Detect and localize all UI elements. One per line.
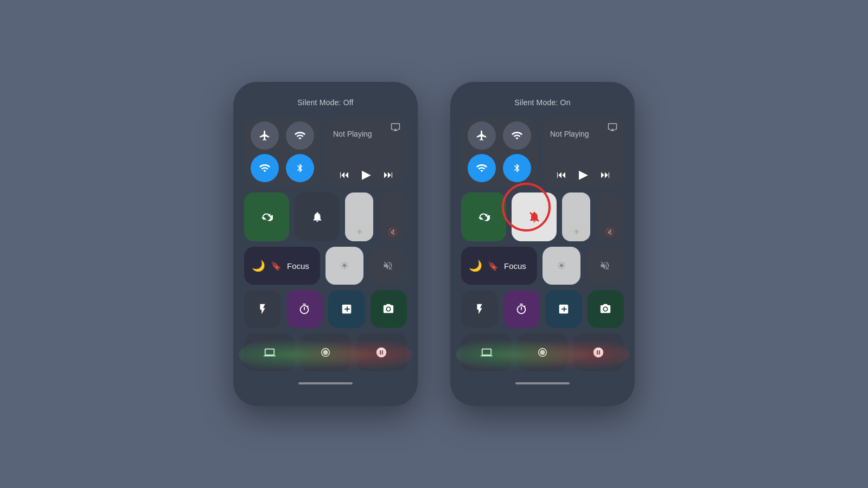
lock-rotation-button-on[interactable] [461, 192, 506, 241]
sun-icon-off: ☀ [340, 259, 349, 272]
focus-button-on[interactable]: 🌙 🔖 Focus [461, 247, 537, 285]
svg-point-4 [540, 350, 545, 355]
panel-on-label: Silent Mode: On [461, 98, 624, 107]
cellular-cell-off [284, 121, 316, 150]
airplay-svg-off [391, 122, 400, 132]
volume-icon-off: 🔇 [388, 227, 398, 237]
airplane-icon-off [259, 130, 271, 142]
calculator-icon-off [341, 303, 353, 315]
camera-button-off[interactable] [371, 290, 407, 328]
panel-silent-on: Silent Mode: On [450, 82, 635, 406]
flashlight-icon-on [474, 303, 486, 315]
not-playing-label-on: Not Playing [550, 130, 616, 138]
focus-button-off[interactable]: 🌙 🔖 Focus [244, 247, 320, 285]
wifi-button-off[interactable] [251, 154, 279, 182]
home-indicator-on [515, 382, 570, 384]
playback-controls-on: ⏮ ▶ ⏭ [550, 168, 616, 182]
airplane-mode-button-on[interactable] [468, 121, 496, 150]
row-apps1-off [244, 290, 407, 328]
not-playing-label-off: Not Playing [333, 130, 399, 138]
timer-icon-off [298, 303, 310, 315]
home-indicator-off [298, 382, 353, 384]
bluetooth-cell-off [284, 153, 316, 183]
flashlight-button-off[interactable] [244, 290, 281, 328]
now-playing-block-off: Not Playing ⏮ ▶ ⏭ [326, 117, 407, 187]
bell-button-off[interactable] [295, 192, 340, 241]
mute-icon-on [599, 260, 610, 271]
shazam-icon-on [592, 346, 604, 358]
play-button-off[interactable]: ▶ [362, 168, 371, 182]
lock-rotation-icon-on [478, 211, 490, 223]
panel-off-label: Silent Mode: Off [244, 98, 407, 107]
airplay-svg-on [608, 122, 617, 132]
control-center-grid-off: Not Playing ⏮ ▶ ⏭ [244, 117, 407, 371]
row-small-on: ☀ 🔇 [461, 192, 624, 241]
airplay-icon-on[interactable] [608, 122, 617, 134]
screen-mirror-button-on[interactable] [461, 333, 512, 371]
bluetooth-icon-off [295, 162, 305, 174]
rewind-button-off[interactable]: ⏮ [340, 169, 349, 181]
svg-point-1 [323, 350, 328, 355]
moon-icon-on: 🌙 [469, 259, 482, 272]
lock-rotation-icon-off [261, 211, 273, 223]
brightness-slider-on[interactable]: ☀ [562, 192, 590, 241]
row-apps2-on [461, 333, 624, 371]
brightness-btn-focus-row-on[interactable]: ☀ [542, 247, 580, 285]
shazam-button-on[interactable] [573, 333, 624, 371]
connectivity-block-on [461, 117, 537, 187]
cellular-icon-on [511, 130, 523, 142]
bell-icon-off [311, 211, 323, 223]
volume-slider-off[interactable]: 🔇 [379, 192, 407, 241]
row-focus-on: 🌙 🔖 Focus ☀ [461, 247, 624, 285]
calculator-button-off[interactable] [328, 290, 365, 328]
cellular-button-off[interactable] [286, 121, 314, 150]
volume-icon-on: 🔇 [605, 227, 615, 237]
airplane-mode-cell-off [248, 121, 280, 150]
cellular-button-on[interactable] [503, 121, 531, 150]
timer-button-off[interactable] [286, 290, 323, 328]
row-small-off: ☀ 🔇 [244, 192, 407, 241]
wifi-button-on[interactable] [468, 154, 496, 182]
airplane-icon-on [476, 130, 488, 142]
volume-btn-focus-row-on[interactable] [586, 247, 624, 285]
now-playing-block-on: Not Playing ⏮ ▶ ⏭ [542, 117, 624, 187]
record-button-on[interactable] [517, 333, 567, 371]
record-icon-off [320, 346, 331, 358]
airplane-mode-cell-on [465, 121, 497, 150]
record-icon-on [537, 346, 548, 358]
focus-label-on: Focus [504, 261, 526, 271]
bluetooth-button-off[interactable] [286, 154, 314, 182]
play-button-on[interactable]: ▶ [579, 168, 588, 182]
screen-mirror-button-off[interactable] [244, 333, 295, 371]
shazam-button-off[interactable] [356, 333, 407, 371]
fast-forward-button-on[interactable]: ⏭ [601, 169, 610, 181]
lock-rotation-button-off[interactable] [244, 192, 289, 241]
flashlight-button-on[interactable] [461, 290, 498, 328]
bluetooth-cell-on [501, 153, 533, 183]
volume-slider-on[interactable]: 🔇 [596, 192, 624, 241]
row-connectivity-on: Not Playing ⏮ ▶ ⏭ [461, 117, 624, 187]
screen-mirror-icon-off [264, 346, 276, 358]
brightness-btn-focus-row-off[interactable]: ☀ [326, 247, 363, 285]
rewind-button-on[interactable]: ⏮ [557, 169, 566, 181]
brightness-slider-off[interactable]: ☀ [345, 192, 373, 241]
bluetooth-button-on[interactable] [503, 154, 531, 182]
airplay-icon-off[interactable] [391, 122, 400, 134]
bell-silent-button-on[interactable] [512, 192, 557, 241]
camera-button-on[interactable] [588, 290, 624, 328]
shazam-icon-off [375, 346, 387, 358]
fast-forward-button-off[interactable]: ⏭ [384, 169, 393, 181]
timer-button-on[interactable] [503, 290, 540, 328]
wifi-cell-on [465, 153, 497, 183]
row-apps2-off [244, 333, 407, 371]
bell-silent-icon-on [528, 210, 541, 223]
app-icon-focus-off: 🔖 [271, 261, 282, 271]
camera-icon-on [599, 303, 611, 315]
record-button-off[interactable] [300, 333, 350, 371]
row-connectivity-off: Not Playing ⏮ ▶ ⏭ [244, 117, 407, 187]
silent-bell-wrapper [512, 192, 557, 241]
calculator-button-on[interactable] [545, 290, 582, 328]
volume-btn-focus-row-off[interactable] [369, 247, 407, 285]
comparison-container: Silent Mode: Off [233, 82, 635, 406]
airplane-mode-button-off[interactable] [251, 121, 279, 150]
